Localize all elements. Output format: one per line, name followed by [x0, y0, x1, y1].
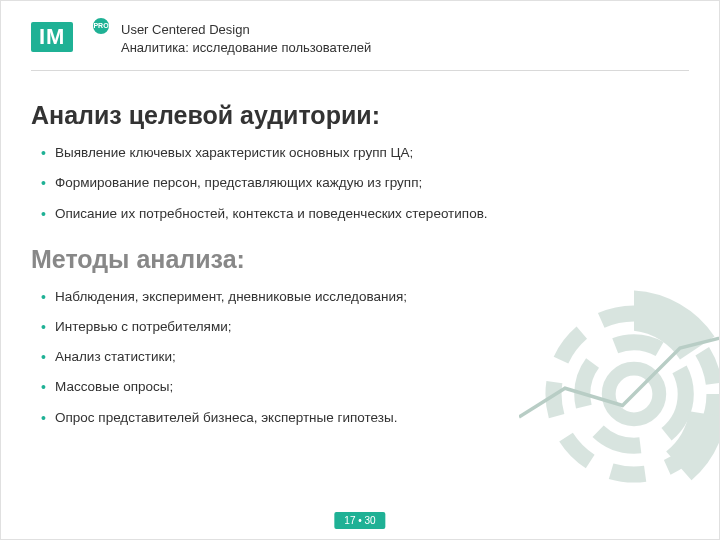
section-title-analysis: Анализ целевой аудитории:: [31, 101, 689, 130]
header-text: User Centered Design Аналитика: исследов…: [121, 21, 371, 56]
slide-content: Анализ целевой аудитории: Выявление ключ…: [1, 79, 719, 427]
header-divider: [31, 70, 689, 71]
header-line1: User Centered Design: [121, 21, 371, 39]
list-item: Описание их потребностей, контекста и по…: [41, 205, 689, 223]
list-item: Формирование персон, представляющих кажд…: [41, 174, 689, 192]
header-line2: Аналитика: исследование пользователей: [121, 39, 371, 57]
section-title-methods: Методы анализа:: [31, 245, 689, 274]
brand-logo: IM PRO: [31, 22, 103, 56]
page-total: 30: [365, 515, 376, 526]
slide-header: IM PRO User Centered Design Аналитика: и…: [1, 1, 719, 66]
list-item: Наблюдения, эксперимент, дневниковые исс…: [41, 288, 689, 306]
page-sep: •: [358, 515, 362, 526]
page-current: 17: [344, 515, 355, 526]
list-item: Опрос представителей бизнеса, экспертные…: [41, 409, 689, 427]
methods-list: Наблюдения, эксперимент, дневниковые исс…: [41, 288, 689, 427]
analysis-list: Выявление ключевых характеристик основны…: [41, 144, 689, 223]
list-item: Анализ статистики;: [41, 348, 689, 366]
page-indicator: 17 • 30: [334, 512, 385, 529]
logo-text: IM: [31, 22, 73, 52]
logo-pro-badge-icon: PRO: [91, 16, 111, 36]
list-item: Интервью с потребителями;: [41, 318, 689, 336]
list-item: Массовые опросы;: [41, 378, 689, 396]
list-item: Выявление ключевых характеристик основны…: [41, 144, 689, 162]
